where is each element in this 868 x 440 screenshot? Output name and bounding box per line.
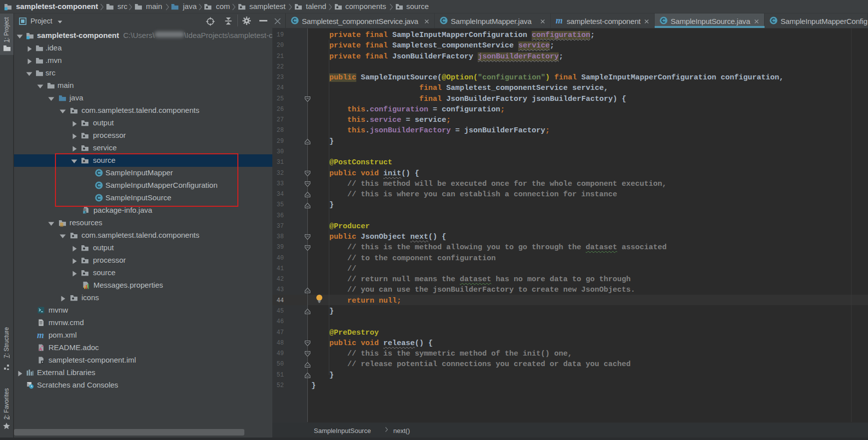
svg-text:m: m xyxy=(37,331,44,340)
svg-text:J: J xyxy=(84,211,86,214)
svg-text:m: m xyxy=(556,16,563,25)
svg-text:A: A xyxy=(39,347,42,352)
